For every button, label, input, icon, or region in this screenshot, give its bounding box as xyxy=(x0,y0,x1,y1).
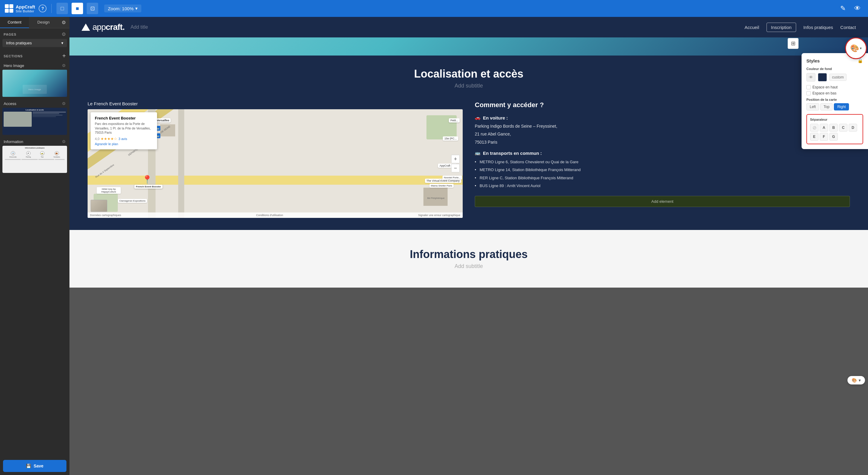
map-place-name: French Event Booster xyxy=(95,116,153,121)
nav-link-inscription[interactable]: Inscription xyxy=(767,23,796,32)
map-address: Parc des expositions de la Porte de Vers… xyxy=(95,122,153,135)
preview-add-title[interactable]: Add title xyxy=(130,25,148,30)
map-footer-data: Données cartographiques xyxy=(90,214,121,217)
styles-panel: Styles 🔒 Couleur de fond 👁 custom Espace… xyxy=(802,53,868,149)
map-zoom-in-button[interactable]: + xyxy=(451,155,460,163)
section-hero-image[interactable]: Hero Image ⚙ xyxy=(0,61,69,70)
info-main-title: Comment y accéder ? xyxy=(475,101,850,109)
sep-d-button[interactable]: D xyxy=(849,124,857,132)
add-section-button[interactable]: + xyxy=(62,53,66,60)
map-reviews-link[interactable]: 3 avis xyxy=(118,137,127,141)
bookmark-icon-button[interactable]: ■ xyxy=(71,3,83,14)
save-label: Save xyxy=(33,464,43,468)
section-access-label: Access xyxy=(4,101,16,106)
espace-bas-row: Espace en bas xyxy=(806,91,863,95)
logo-grid xyxy=(5,4,13,13)
app-name: AppCraft Site Builder xyxy=(16,4,35,13)
map-label-clamageran: Clamageran Expositions xyxy=(118,199,147,203)
preview-logo-text: appcraft. xyxy=(92,22,124,32)
sidebar: Content Design ⚙ PAGES ⚙ Infos pratiques… xyxy=(0,17,69,475)
lower-title: Informations pratiques xyxy=(88,248,850,261)
tab-design[interactable]: Design xyxy=(29,17,58,28)
color-eye-button[interactable]: 👁 xyxy=(806,73,815,81)
app-logo: AppCraft Site Builder xyxy=(5,4,35,13)
car-address-3: 75013 Paris xyxy=(475,139,850,145)
thumb-icon-parking: P Parking xyxy=(26,151,31,158)
hero-section-partial xyxy=(69,37,868,56)
transit-icon: 🚌 xyxy=(475,150,480,156)
section-information-label: Information xyxy=(4,139,23,144)
espace-haut-checkbox[interactable] xyxy=(806,85,811,89)
transit-item-2: METRO Ligne 14, Station Bibliothèque Fra… xyxy=(475,166,850,174)
map-location-label: Le French Event Booster xyxy=(88,101,463,106)
position-left-button[interactable]: Left xyxy=(806,103,819,110)
separateur-label: Séparateur xyxy=(810,118,860,121)
section-main-subtitle[interactable]: Add subtitle xyxy=(88,83,850,89)
float-chevron-icon: ▾ xyxy=(859,378,861,383)
zoom-label: Zoom: 100% xyxy=(108,6,133,11)
separateur-options: ⊘ A B C D E F G xyxy=(810,124,860,141)
sep-f-button[interactable]: F xyxy=(820,133,828,141)
map-info-box: French Event Booster Parc des exposition… xyxy=(91,112,157,149)
information-thumbnail[interactable]: Informations pratiques 👔 Dresscode P Par… xyxy=(2,146,67,173)
hero-thumbnail[interactable]: Hero Image xyxy=(2,70,67,97)
sep-none-button[interactable]: ⊘ xyxy=(810,124,818,132)
zoom-control[interactable]: Zoom: 100% ▾ xyxy=(104,4,141,12)
tab-settings-icon[interactable]: ⚙ xyxy=(58,17,69,28)
section-access[interactable]: Access ⚙ xyxy=(0,99,69,108)
sep-g-button[interactable]: G xyxy=(829,133,838,141)
position-top-button[interactable]: Top xyxy=(820,103,833,110)
palette-chevron-icon: ▾ xyxy=(860,46,862,50)
help-button[interactable]: ? xyxy=(39,4,46,12)
thumb-icon-taxi: 🚕 Taxi xyxy=(40,151,44,158)
grid-view-button[interactable]: ⊞ xyxy=(788,38,799,49)
color-swatch[interactable] xyxy=(818,73,827,81)
float-paint-button[interactable]: 🎨 ▾ xyxy=(847,376,865,384)
eye-icon-button[interactable]: 👁 xyxy=(852,3,863,14)
position-right-button[interactable]: Right xyxy=(834,103,849,110)
page-selector[interactable]: Infos pratiques ▾ xyxy=(2,39,67,47)
add-element-button[interactable]: Add element xyxy=(475,196,850,207)
espace-bas-checkbox[interactable] xyxy=(806,91,811,95)
sep-c-button[interactable]: C xyxy=(839,124,847,132)
access-section: Localisation et accès Add subtitle Le Fr… xyxy=(69,56,868,230)
section-information-gear-icon[interactable]: ⚙ xyxy=(62,139,66,144)
section-access-gear-icon[interactable]: ⚙ xyxy=(62,101,66,106)
sep-b-button[interactable]: B xyxy=(829,124,838,132)
paint-palette-circle[interactable]: 🎨 ▾ xyxy=(845,37,867,59)
map-footer-usage: Conditions d'utilisation xyxy=(256,214,283,217)
pages-gear-icon[interactable]: ⚙ xyxy=(62,31,66,37)
car-icon: 🚗 xyxy=(475,115,480,121)
section-information[interactable]: Information ⚙ xyxy=(0,137,69,146)
page-icon-button[interactable]: □ xyxy=(57,3,68,14)
nav-link-accueil[interactable]: Accueil xyxy=(744,25,759,30)
transit-item-4: BUS Ligne 89 : Arrêt Vincent Auriol xyxy=(475,182,850,190)
section-main-title: Localisation et accès xyxy=(88,68,850,80)
street-label-peri: Bd Périphérique xyxy=(427,197,444,200)
sep-a-button[interactable]: A xyxy=(820,124,828,132)
info-column: Comment y accéder ? 🚗 En voiture : Parki… xyxy=(475,101,850,207)
styles-title-text: Styles xyxy=(806,58,820,63)
save-button[interactable]: 💾 Save xyxy=(3,460,66,472)
nav-link-infos[interactable]: Infos pratiques xyxy=(803,25,833,30)
nav-link-contact[interactable]: Contact xyxy=(840,25,856,30)
separateur-section: Séparateur ⊘ A B C D E F G xyxy=(806,114,863,144)
logo-triangle-icon xyxy=(82,24,90,31)
thumb-icon-vestiaires: 👜 Vestiaires xyxy=(54,151,60,158)
sep-e-button[interactable]: E xyxy=(810,133,818,141)
map-expand-link[interactable]: Agrandir le plan xyxy=(95,142,153,146)
map-zoom-out-button[interactable]: − xyxy=(451,164,460,172)
eye-off-icon: 👁 xyxy=(809,75,813,80)
page-dropdown-chevron-icon: ▾ xyxy=(61,41,63,45)
thumb-icon-dresscode: 👔 Dresscode xyxy=(9,151,17,158)
lower-subtitle[interactable]: Add subtitle xyxy=(88,263,850,270)
monitor-icon-button[interactable]: ⊡ xyxy=(87,3,98,14)
section-hero-gear-icon[interactable]: ⚙ xyxy=(62,63,66,68)
main-layout: Content Design ⚙ PAGES ⚙ Infos pratiques… xyxy=(0,17,868,475)
espace-haut-label: Espace en haut xyxy=(812,85,837,89)
access-thumbnail[interactable]: Localisation et accès xyxy=(2,108,67,135)
transit-list: METRO Ligne 6, Stations Chevaleret ou Qu… xyxy=(475,158,850,190)
espace-bas-label: Espace en bas xyxy=(812,91,836,95)
edit-icon-button[interactable]: ✎ xyxy=(837,3,849,14)
tab-content[interactable]: Content xyxy=(0,17,29,28)
